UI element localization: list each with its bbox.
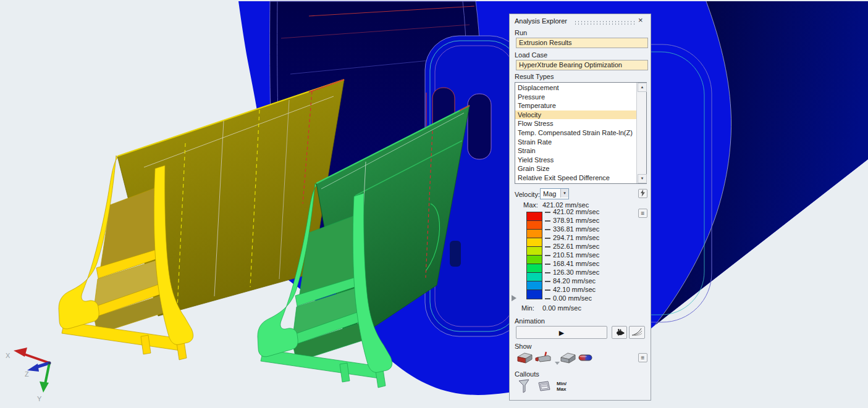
result-types-scrollbar[interactable]: ▲ ▼ bbox=[636, 83, 646, 183]
bearing-capsule-icon bbox=[578, 354, 592, 362]
probe-flag-icon bbox=[518, 379, 532, 394]
result-type-item[interactable]: Displacement bbox=[515, 83, 637, 93]
scroll-up-icon[interactable]: ▲ bbox=[638, 83, 647, 92]
callout-note-button[interactable] bbox=[537, 380, 552, 394]
legend-color-cell bbox=[527, 290, 542, 299]
animation-speed-button[interactable] bbox=[612, 326, 627, 339]
legend-tick-value: 126.30 mm/sec bbox=[553, 269, 599, 276]
result-type-item[interactable]: Yield Stress bbox=[515, 156, 637, 165]
scroll-down-icon[interactable]: ▼ bbox=[638, 174, 647, 183]
animation-curve-button[interactable] bbox=[629, 326, 645, 339]
animation-label: Animation bbox=[515, 317, 545, 325]
legend-menu-button[interactable]: ≡ bbox=[638, 209, 647, 218]
result-type-item[interactable]: Strain Rate bbox=[515, 138, 637, 147]
result-types-list: DisplacementPressureTemperatureVelocityF… bbox=[515, 83, 637, 183]
legend-tick-dash bbox=[545, 238, 550, 239]
legend-tick-dash bbox=[545, 289, 550, 291]
show-menu-button[interactable]: ≡ bbox=[638, 353, 647, 362]
legend-tick: 378.91 mm/sec bbox=[545, 217, 599, 225]
legend-tick: 252.61 mm/sec bbox=[545, 243, 599, 251]
show-billet-dropdown-caret[interactable] bbox=[555, 362, 560, 365]
legend-tick-dash bbox=[545, 212, 550, 213]
show-tool-toggle[interactable] bbox=[560, 351, 576, 366]
callout-minmax-label[interactable]: Min/ Max bbox=[557, 381, 567, 392]
legend-color-cell bbox=[527, 273, 542, 281]
show-bearing-toggle[interactable] bbox=[578, 354, 592, 363]
result-type-item[interactable]: Flow Stress bbox=[515, 119, 637, 128]
result-types-label: Result Types bbox=[515, 73, 554, 80]
orientation-triad: X Z Y bbox=[6, 348, 51, 402]
show-die-toggle[interactable] bbox=[516, 351, 533, 366]
billet-ram-icon bbox=[535, 351, 552, 365]
show-billet-toggle[interactable] bbox=[535, 351, 552, 366]
triad-x-label: X bbox=[6, 352, 11, 359]
run-field[interactable]: Extrusion Results bbox=[516, 38, 648, 48]
legend-color-cell bbox=[527, 281, 542, 290]
legend-tick: 0.00 mm/sec bbox=[545, 294, 592, 302]
rabbit-icon bbox=[615, 328, 625, 336]
legend-tick: 294.71 mm/sec bbox=[545, 234, 599, 242]
die-icon bbox=[516, 351, 533, 365]
panel-drag-grip[interactable] bbox=[574, 20, 636, 25]
hamburger-icon: ≡ bbox=[641, 210, 645, 217]
wedge-tool-icon bbox=[560, 351, 576, 365]
legend-tick: 84.20 mm/sec bbox=[545, 277, 596, 285]
legend-tick: 42.10 mm/sec bbox=[545, 286, 596, 294]
legend-tick: 421.02 mm/sec bbox=[545, 208, 599, 216]
result-type-item[interactable]: Temp. Compensated Strain Rate-ln(Z) bbox=[515, 128, 637, 138]
chevron-down-icon[interactable]: ▼ bbox=[560, 189, 568, 198]
legend-tick-value: 42.10 mm/sec bbox=[553, 286, 596, 293]
legend-color-cell bbox=[527, 230, 542, 238]
analysis-explorer-panel: Analysis Explorer × Run Extrusion Result… bbox=[509, 14, 651, 401]
legend-tick: 168.41 mm/sec bbox=[545, 260, 599, 268]
velocity-component-dropdown[interactable]: Mag ▼ bbox=[540, 188, 569, 199]
result-type-item[interactable]: Pressure bbox=[515, 93, 637, 102]
legend-tick-value: 378.91 mm/sec bbox=[553, 217, 599, 224]
legend-color-cell bbox=[527, 221, 542, 230]
result-type-item[interactable]: Relative Exit Speed Difference bbox=[515, 173, 637, 183]
query-plot-button[interactable] bbox=[638, 189, 647, 198]
legend-tick-value: 421.02 mm/sec bbox=[553, 208, 599, 215]
legend-tick-dash bbox=[545, 272, 550, 273]
min-value: 0.00 mm/sec bbox=[542, 304, 581, 312]
legend-tick-value: 84.20 mm/sec bbox=[553, 277, 596, 285]
note-icon bbox=[537, 380, 552, 393]
legend-color-cell bbox=[527, 264, 542, 273]
legend-tick: 210.51 mm/sec bbox=[545, 251, 599, 259]
hamburger-icon: ≡ bbox=[641, 354, 645, 361]
legend-color-cell bbox=[527, 238, 542, 247]
run-label: Run bbox=[515, 29, 527, 36]
legend-color-cell bbox=[527, 212, 542, 221]
legend-color-cell bbox=[527, 247, 542, 256]
legend-slider-pointer[interactable] bbox=[512, 295, 516, 301]
play-icon: ▶ bbox=[559, 329, 564, 336]
legend-tick-value: 294.71 mm/sec bbox=[553, 234, 599, 241]
velocity-component-value: Mag bbox=[543, 190, 556, 198]
legend-tick-dash bbox=[545, 255, 550, 256]
callout-probe-button[interactable] bbox=[518, 379, 532, 395]
legend-tick-value: 210.51 mm/sec bbox=[553, 251, 599, 259]
result-type-item[interactable]: Grain Size bbox=[515, 164, 637, 173]
lightning-icon bbox=[640, 189, 646, 197]
result-type-item[interactable]: Temperature bbox=[515, 101, 637, 110]
callouts-label: Callouts bbox=[515, 370, 539, 378]
legend-tick-value: 0.00 mm/sec bbox=[553, 294, 592, 302]
close-icon[interactable]: × bbox=[638, 15, 643, 25]
legend-tick-value: 336.81 mm/sec bbox=[553, 225, 599, 233]
legend-tick-dash bbox=[545, 264, 550, 265]
legend-tick-dash bbox=[545, 246, 550, 248]
ramp-curves-icon bbox=[631, 327, 643, 336]
legend-tick-dash bbox=[545, 220, 550, 222]
legend-tick: 126.30 mm/sec bbox=[545, 269, 599, 277]
legend-color-cell bbox=[527, 256, 542, 264]
load-case-label: Load Case bbox=[515, 51, 547, 59]
legend-tick: 336.81 mm/sec bbox=[545, 225, 599, 233]
legend-color-bar bbox=[526, 212, 542, 299]
min-label: Min: bbox=[521, 304, 534, 312]
viewport-3d[interactable]: X Z Y bbox=[0, 0, 868, 408]
result-type-item[interactable]: Strain bbox=[515, 146, 637, 156]
result-type-item[interactable]: Velocity bbox=[515, 110, 637, 120]
triad-z-label: Z bbox=[25, 370, 29, 378]
play-animation-button[interactable]: ▶ bbox=[516, 326, 607, 339]
load-case-field[interactable]: HyperXtrude Bearing Optimization bbox=[516, 60, 648, 70]
